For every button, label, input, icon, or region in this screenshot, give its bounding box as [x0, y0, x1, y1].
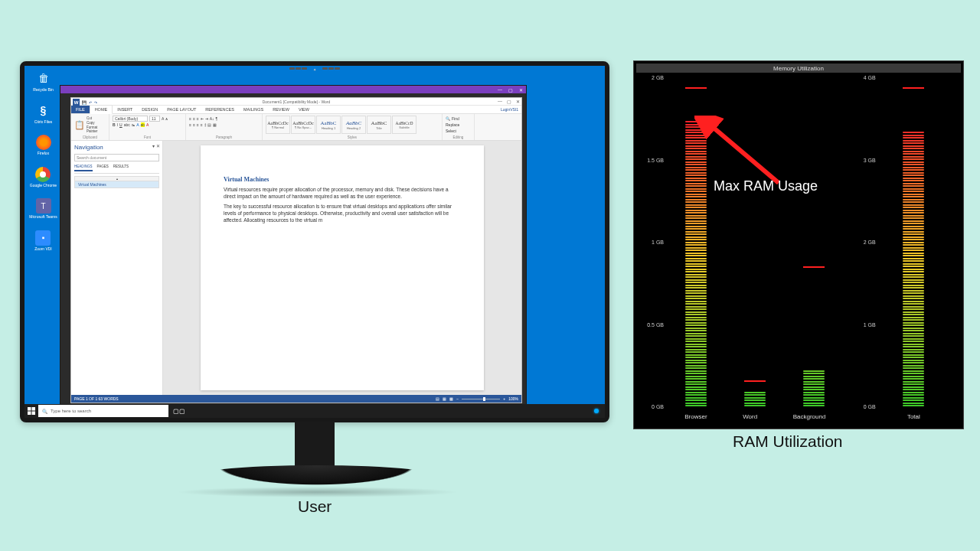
show-marks-button[interactable]: ¶	[216, 116, 218, 121]
align-center-button[interactable]: ≡	[193, 122, 195, 127]
minimize-icon[interactable]: —	[498, 99, 502, 104]
nav-tabs: HEADINGS PAGES RESULTS	[74, 165, 159, 174]
find-button[interactable]: 🔍	[446, 116, 450, 121]
shrink-font-icon[interactable]: A	[165, 117, 168, 121]
font-name-combo[interactable]: Calibri (Body)	[113, 116, 148, 122]
zoom-in-button[interactable]: +	[503, 396, 505, 401]
numbering-button[interactable]: ≡	[193, 116, 195, 121]
nav-tab-results[interactable]: RESULTS	[113, 165, 129, 171]
style-no-spacing[interactable]: AaBbCcDc¶ No Spac...	[291, 116, 315, 134]
multilevel-button[interactable]: ≡	[197, 116, 199, 121]
nav-search-input[interactable]: Search document	[74, 154, 159, 161]
strikethrough-button[interactable]: abc	[124, 122, 130, 127]
desktop-teams[interactable]: TMicrosoft Teams	[29, 198, 57, 220]
tab-references[interactable]: REFERENCES	[201, 106, 239, 113]
highlight-button[interactable]: ab	[141, 122, 145, 127]
bold-button[interactable]: B	[113, 122, 116, 127]
tab-review[interactable]: REVIEW	[268, 106, 294, 113]
total-chart: 4 GB3 GB2 GB1 GB0 GB Total	[853, 77, 956, 422]
increase-indent-button[interactable]: ⇥	[205, 116, 208, 121]
desktop-recycle-bin[interactable]: 🗑Recycle Bin	[33, 71, 53, 93]
nav-dropdown-icon[interactable]: ▾	[152, 143, 155, 148]
view-read-icon[interactable]: ▤	[436, 396, 439, 401]
line-spacing-button[interactable]: ‡	[204, 122, 207, 127]
replace-button[interactable]: Replace	[446, 122, 459, 127]
ribbon-group-paragraph: ≡≡≡⇤⇥A↓¶ ≡≡≡≡‡▤▦ Paragraph	[186, 114, 263, 140]
zoom-out-button[interactable]: −	[456, 396, 459, 401]
font-size-combo[interactable]: 11	[149, 116, 160, 122]
style-title[interactable]: AaBbCTitle	[367, 116, 391, 134]
signed-in-user[interactable]: LoginVSI1	[501, 107, 518, 112]
close-icon[interactable]: ✕	[516, 99, 520, 104]
nav-headings-list: ▴ Virtual Machines	[74, 176, 159, 188]
bullets-button[interactable]: ≡	[189, 116, 191, 121]
minimize-icon[interactable]: —	[498, 87, 502, 92]
user-caption: User	[298, 497, 332, 516]
tab-home[interactable]: HOME	[90, 105, 113, 114]
start-button[interactable]	[24, 404, 38, 418]
style-heading-1[interactable]: AaBbCHeading 1	[316, 116, 341, 134]
select-button[interactable]: Select	[446, 129, 456, 133]
nav-tab-pages[interactable]: PAGES	[97, 165, 109, 171]
view-web-icon[interactable]: ▩	[449, 396, 453, 401]
grow-font-icon[interactable]: A	[162, 116, 164, 121]
desktop-citrix-files[interactable]: §Citrix Files	[34, 103, 52, 125]
align-right-button[interactable]: ≡	[197, 122, 199, 127]
maximize-icon[interactable]: ▢	[508, 87, 513, 93]
paste-button[interactable]: 📋	[74, 120, 85, 130]
style-subtitle[interactable]: AaBbCcDSubtitle	[392, 116, 416, 134]
zoom-level[interactable]: 100%	[508, 396, 518, 401]
redo-icon[interactable]: ↷	[94, 100, 97, 105]
desktop-firefox[interactable]: Firefox	[36, 135, 51, 156]
copy-button[interactable]: Copy	[87, 121, 106, 125]
justify-button[interactable]: ≡	[201, 122, 203, 127]
search-icon: 🔍	[42, 409, 47, 414]
navigation-pane: ▾✕ Navigation Search document HEADINGS P…	[71, 141, 163, 395]
document-area[interactable]: Virtual Machines Virtual resources requi…	[163, 141, 521, 395]
status-page-info[interactable]: PAGE 1 OF 1 63 WORDS	[74, 396, 119, 401]
style-normal[interactable]: AaBbCcDc¶ Normal	[266, 116, 290, 134]
save-icon[interactable]: 💾	[82, 100, 87, 105]
font-color-button[interactable]: A	[146, 122, 149, 127]
word-titlebar: W 💾 ↶ ↷ Document1 [Compatibility Mode] -…	[71, 98, 521, 106]
italic-button[interactable]: I	[117, 122, 118, 127]
nav-close-icon[interactable]: ✕	[156, 143, 160, 148]
tab-mailings[interactable]: MAILINGS	[239, 106, 268, 113]
zoom-slider[interactable]	[462, 399, 500, 399]
text-effects-button[interactable]: A	[136, 122, 139, 127]
align-left-button[interactable]: ≡	[189, 122, 191, 127]
doc-paragraph-2: The key to successful resource allocatio…	[224, 204, 461, 223]
tab-file[interactable]: FILE	[71, 106, 90, 113]
taskbar-search-input[interactable]: 🔍Type here to search	[38, 405, 168, 417]
tab-design[interactable]: DESIGN	[137, 106, 162, 113]
taskbar: 🔍Type here to search ▢▢	[24, 404, 605, 418]
citrix-icon: §	[36, 103, 51, 119]
desktop-chrome[interactable]: Google Chrome	[30, 167, 57, 188]
style-heading-2[interactable]: AaBbCHeading 2	[341, 116, 366, 134]
view-print-icon[interactable]: ▦	[443, 396, 446, 401]
word-status-bar: PAGE 1 OF 1 63 WORDS ▤ ▦ ▩ − + 100%	[71, 395, 521, 403]
left-x-labels: BrowserWordBackground	[667, 413, 844, 420]
task-view-button[interactable]: ▢▢	[173, 405, 185, 417]
decrease-indent-button[interactable]: ⇤	[201, 116, 204, 121]
underline-button[interactable]: U	[119, 122, 122, 127]
cut-button[interactable]: Cut	[87, 116, 106, 120]
maximize-icon[interactable]: ▢	[507, 99, 511, 104]
subscript-button[interactable]: x₂	[132, 122, 136, 127]
tab-insert[interactable]: INSERT	[113, 106, 137, 113]
borders-button[interactable]: ▦	[213, 122, 217, 127]
right-x-labels: Total	[879, 413, 949, 420]
undo-icon[interactable]: ↶	[89, 100, 92, 105]
desktop-zoom[interactable]: ▪Zoom VDI	[34, 230, 52, 252]
zoom-icon: ▪	[35, 230, 51, 246]
format-painter-button[interactable]: Format Painter	[87, 126, 106, 133]
nav-heading-item[interactable]: Virtual Machines	[75, 181, 158, 187]
close-icon[interactable]: ✕	[519, 87, 523, 93]
tab-view[interactable]: VIEW	[294, 106, 314, 113]
ribbon: 📋CutCopyFormat Painter Clipboard Calibri…	[71, 114, 521, 141]
nav-tab-headings[interactable]: HEADINGS	[74, 165, 93, 171]
shading-button[interactable]: ▤	[207, 122, 211, 127]
tab-page-layout[interactable]: PAGE LAYOUT	[162, 106, 201, 113]
word-document-title: Document1 [Compatibility Mode] - Word	[263, 99, 331, 104]
sort-button[interactable]: A↓	[210, 116, 214, 121]
